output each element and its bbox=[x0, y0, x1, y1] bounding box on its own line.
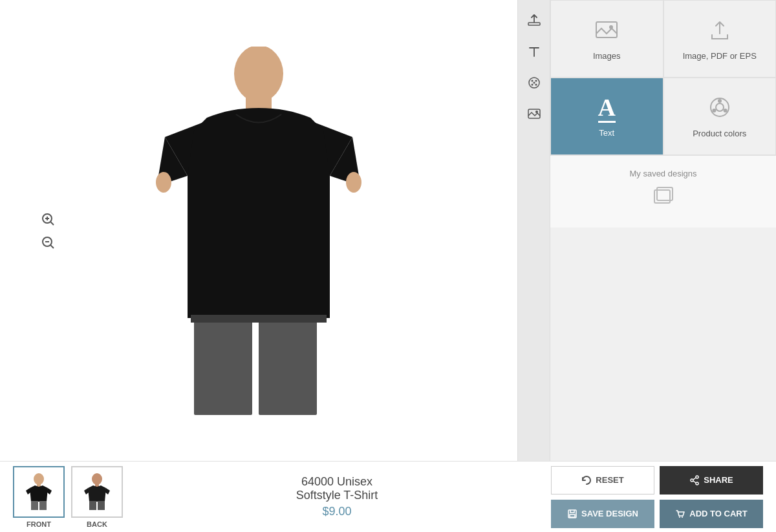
action-buttons: RESET SHARE bbox=[551, 466, 763, 528]
right-panel: Images Image, PDF or EPS A Text bbox=[550, 0, 776, 461]
panel-item-text[interactable]: A Text bbox=[550, 78, 663, 155]
thumbnail-front[interactable]: FRONT bbox=[13, 466, 65, 528]
saved-designs-icon[interactable] bbox=[651, 184, 676, 215]
svg-line-3 bbox=[51, 222, 54, 225]
share-button[interactable]: SHARE bbox=[660, 466, 763, 495]
svg-rect-47 bbox=[570, 515, 575, 517]
palette-toolbar-button[interactable] bbox=[520, 69, 548, 97]
color-wheel-icon bbox=[707, 94, 733, 123]
save-design-button[interactable]: SAVE DESIGN bbox=[551, 500, 654, 528]
zoom-out-button[interactable] bbox=[39, 233, 57, 251]
svg-point-49 bbox=[682, 516, 683, 518]
images-label: Images bbox=[593, 51, 621, 61]
svg-point-30 bbox=[712, 109, 716, 112]
tshirt-preview bbox=[110, 47, 407, 415]
panel-item-image-pdf[interactable]: Image, PDF or EPS bbox=[663, 0, 777, 78]
top-btn-row: RESET SHARE bbox=[551, 466, 763, 495]
svg-rect-10 bbox=[194, 318, 252, 415]
svg-rect-39 bbox=[89, 501, 96, 510]
thumbnail-front-box[interactable] bbox=[13, 466, 65, 518]
gallery-toolbar-button[interactable] bbox=[520, 100, 548, 128]
zoom-in-button[interactable] bbox=[39, 210, 57, 228]
svg-point-13 bbox=[156, 172, 171, 193]
preview-area bbox=[0, 0, 517, 461]
svg-point-20 bbox=[535, 84, 537, 86]
svg-rect-40 bbox=[98, 501, 105, 510]
panel-item-images[interactable]: Images bbox=[550, 0, 663, 78]
thumbnail-back[interactable]: BACK bbox=[71, 466, 123, 528]
svg-point-33 bbox=[34, 473, 44, 485]
bottom-section: FRONT bbox=[0, 461, 776, 532]
upload-toolbar-button[interactable] bbox=[520, 6, 548, 35]
svg-rect-38 bbox=[95, 484, 99, 487]
svg-point-43 bbox=[691, 479, 693, 482]
reset-button[interactable]: RESET bbox=[551, 466, 654, 495]
svg-point-41 bbox=[696, 476, 698, 478]
svg-point-48 bbox=[679, 516, 680, 518]
panel-item-product-colors[interactable]: Product colors bbox=[663, 78, 777, 155]
svg-point-42 bbox=[696, 482, 698, 485]
svg-point-21 bbox=[533, 82, 535, 84]
svg-point-28 bbox=[718, 99, 722, 103]
zoom-controls bbox=[39, 210, 57, 251]
saved-designs-section: My saved designs bbox=[550, 155, 776, 228]
thumbnail-back-box[interactable] bbox=[71, 466, 123, 518]
product-price: $9.00 bbox=[133, 505, 541, 518]
text-label: Text bbox=[599, 128, 614, 138]
svg-point-27 bbox=[716, 103, 724, 111]
thumbnail-group: FRONT bbox=[13, 466, 123, 528]
text-a-icon: A bbox=[598, 95, 616, 123]
svg-rect-11 bbox=[259, 318, 317, 415]
toolbar bbox=[517, 0, 550, 461]
product-colors-label: Product colors bbox=[693, 129, 746, 138]
bottom-btn-row: SAVE DESIGN ADD TO CART bbox=[551, 500, 763, 528]
svg-point-19 bbox=[531, 84, 533, 86]
top-section: Images Image, PDF or EPS A Text bbox=[0, 0, 776, 461]
main-container: Images Image, PDF or EPS A Text bbox=[0, 0, 776, 532]
saved-designs-label: My saved designs bbox=[629, 169, 696, 178]
images-icon bbox=[594, 17, 620, 46]
svg-rect-15 bbox=[528, 23, 540, 25]
svg-point-14 bbox=[346, 172, 361, 193]
thumbnail-front-label: FRONT bbox=[27, 520, 51, 528]
svg-point-29 bbox=[723, 109, 727, 112]
svg-point-37 bbox=[92, 473, 102, 485]
svg-rect-36 bbox=[39, 501, 47, 510]
svg-line-44 bbox=[693, 478, 696, 480]
upload-icon bbox=[707, 17, 733, 46]
panel-grid: Images Image, PDF or EPS A Text bbox=[550, 0, 776, 155]
text-toolbar-button[interactable] bbox=[520, 37, 548, 66]
add-to-cart-button[interactable]: ADD TO CART bbox=[660, 500, 763, 528]
svg-point-23 bbox=[535, 111, 538, 113]
svg-point-25 bbox=[609, 25, 613, 29]
svg-rect-12 bbox=[191, 315, 327, 323]
svg-point-18 bbox=[535, 80, 537, 82]
product-name: 64000 Unisex Softstyle T-Shirt bbox=[133, 475, 541, 502]
image-pdf-label: Image, PDF or EPS bbox=[683, 51, 757, 61]
svg-point-17 bbox=[531, 80, 533, 82]
thumbnail-back-label: BACK bbox=[87, 520, 107, 528]
svg-rect-34 bbox=[37, 484, 41, 487]
svg-line-45 bbox=[693, 481, 696, 483]
product-info: 64000 Unisex Softstyle T-Shirt $9.00 bbox=[133, 475, 541, 518]
svg-line-6 bbox=[51, 245, 54, 248]
svg-rect-35 bbox=[31, 501, 38, 510]
